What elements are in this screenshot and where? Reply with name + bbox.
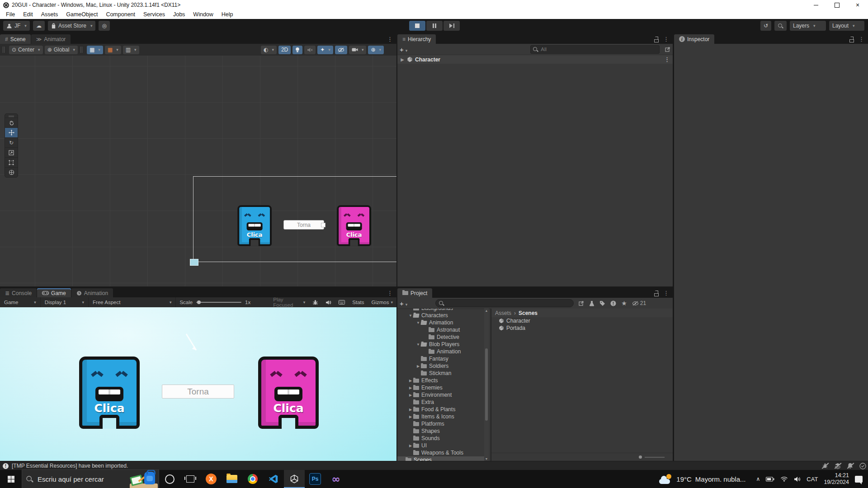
scroll-up-icon[interactable]: ▲ bbox=[484, 309, 489, 312]
start-button[interactable] bbox=[0, 470, 22, 488]
project-tree-item[interactable]: Animation bbox=[397, 348, 487, 355]
scene-gizmo-dropdown[interactable]: ⊕ bbox=[368, 46, 384, 54]
game-mode-dropdown[interactable]: Game▾ bbox=[0, 297, 41, 307]
shading-mode-dropdown[interactable]: ◐ bbox=[261, 46, 277, 54]
scale-slider-knob[interactable] bbox=[197, 300, 201, 304]
background-tasks-icon[interactable] bbox=[859, 463, 866, 469]
minimize-button[interactable] bbox=[806, 0, 826, 10]
hierarchy-menu-kebab[interactable]: ⋮ bbox=[663, 36, 669, 42]
import-log-icon[interactable] bbox=[610, 300, 616, 306]
project-tree-item[interactable]: ▼Blob Players bbox=[397, 341, 487, 348]
zoom-slider-knob[interactable] bbox=[639, 455, 642, 459]
effects-dropdown[interactable]: ✦ bbox=[317, 46, 333, 54]
step-button[interactable] bbox=[443, 21, 460, 31]
task-view-button[interactable] bbox=[180, 470, 201, 488]
project-tree-item[interactable]: Astronaut bbox=[397, 326, 487, 333]
tab-animation[interactable]: Animation bbox=[71, 288, 113, 298]
pivot-dropdown[interactable]: ⊙Center bbox=[9, 46, 43, 54]
search-by-label-icon[interactable] bbox=[599, 300, 605, 306]
rotate-tool[interactable]: ↻ bbox=[5, 137, 18, 147]
weather-widget[interactable]: 19°C Mayorm. nubla... bbox=[659, 474, 745, 484]
tray-expand-chevron[interactable]: ∧ bbox=[756, 476, 760, 482]
orientation-dropdown[interactable]: ⊕Global bbox=[45, 46, 78, 54]
project-tree-item[interactable]: Platforms bbox=[397, 420, 487, 427]
search-by-type-icon[interactable] bbox=[589, 300, 594, 306]
hidden-objects-toggle[interactable] bbox=[335, 46, 347, 54]
game-menu-kebab[interactable]: ⋮ bbox=[387, 290, 393, 296]
scene-row-kebab[interactable]: ⋮ bbox=[664, 56, 670, 63]
keyboard-language[interactable]: CAT bbox=[807, 476, 818, 483]
cache-disabled-icon[interactable] bbox=[835, 463, 841, 469]
rect-tool-handle[interactable] bbox=[190, 259, 198, 266]
close-button[interactable]: × bbox=[847, 0, 868, 10]
move-tool[interactable] bbox=[5, 127, 18, 137]
project-tree-item[interactable]: Detective bbox=[397, 333, 487, 341]
tree-arrow-icon[interactable]: ▶ bbox=[415, 364, 421, 368]
camera-settings-dropdown[interactable] bbox=[349, 46, 367, 54]
project-menu-kebab[interactable]: ⋮ bbox=[663, 290, 669, 296]
visual-studio-button[interactable]: ∞ bbox=[326, 470, 346, 488]
breadcrumb-root[interactable]: Assets bbox=[495, 310, 511, 316]
project-tree-item[interactable]: ▶Enemies bbox=[397, 384, 487, 391]
menu-component[interactable]: Component bbox=[102, 11, 139, 18]
tree-arrow-icon[interactable]: ▶ bbox=[408, 415, 413, 419]
display-dropdown[interactable]: Display 1▾ bbox=[41, 297, 89, 307]
character-pink-game[interactable]: Clica bbox=[256, 356, 321, 429]
aspect-dropdown[interactable]: Free Aspect▾ bbox=[89, 297, 176, 307]
taskbar-search-input[interactable] bbox=[37, 475, 118, 483]
mode-2d-toggle[interactable]: 2D bbox=[278, 46, 291, 54]
project-tree-item[interactable]: ▶Environment bbox=[397, 391, 487, 399]
tools-grip[interactable] bbox=[5, 114, 18, 117]
transform-tool[interactable] bbox=[5, 167, 18, 177]
character-blue-scene[interactable]: Clica bbox=[236, 205, 273, 246]
snap-increment-button[interactable]: ▦ bbox=[105, 46, 121, 54]
project-tree-item[interactable]: Shapes bbox=[397, 427, 487, 435]
character-pink-scene[interactable]: Clica bbox=[336, 205, 372, 246]
open-in-search-icon[interactable] bbox=[579, 300, 584, 306]
hierarchy-search-input[interactable] bbox=[540, 46, 657, 52]
lock-icon[interactable] bbox=[849, 37, 854, 42]
unity-taskbar-button[interactable] bbox=[284, 470, 305, 488]
create-object-dropdown[interactable]: + bbox=[400, 46, 407, 53]
project-tree-item[interactable]: ▶Effects bbox=[397, 377, 487, 384]
tab-scene[interactable]: # Scene bbox=[0, 34, 31, 44]
scene-viewport[interactable]: Clica Torna Clica ↻ bbox=[0, 56, 396, 286]
project-tree-item[interactable]: ▼Animation bbox=[397, 319, 487, 326]
volume-icon[interactable] bbox=[794, 476, 801, 482]
tree-arrow-icon[interactable]: ▼ bbox=[415, 321, 421, 325]
vscode-button[interactable] bbox=[263, 470, 284, 488]
global-search-button[interactable] bbox=[774, 21, 787, 31]
project-tree-item[interactable]: Backgrounds bbox=[397, 309, 487, 312]
tab-game[interactable]: Game bbox=[37, 288, 71, 298]
battery-icon[interactable] bbox=[766, 477, 774, 482]
lighting-toggle[interactable] bbox=[292, 46, 302, 54]
taskbar-search[interactable] bbox=[22, 469, 159, 488]
tree-arrow-icon[interactable]: ▶ bbox=[408, 408, 413, 412]
action-center-icon[interactable] bbox=[855, 476, 863, 483]
project-tree-item[interactable]: Sounds bbox=[397, 435, 487, 442]
file-explorer-button[interactable] bbox=[222, 470, 242, 488]
wifi-icon[interactable] bbox=[780, 476, 788, 482]
audio-toggle[interactable] bbox=[304, 46, 316, 54]
unity-hub-button[interactable]: ◎ bbox=[99, 21, 109, 31]
notifications-disabled-icon[interactable] bbox=[847, 463, 853, 469]
game-viewport[interactable]: Clica Torna Clica bbox=[0, 307, 396, 461]
asset-store-dropdown[interactable]: Asset Store bbox=[48, 21, 96, 31]
scroll-down-icon[interactable]: ▼ bbox=[484, 457, 489, 460]
tree-arrow-icon[interactable]: ▶ bbox=[408, 379, 413, 383]
breadcrumb-current[interactable]: Scenes bbox=[519, 310, 538, 316]
project-tree-item[interactable]: Scenes bbox=[397, 456, 487, 461]
rect-tool[interactable] bbox=[5, 157, 18, 167]
tab-inspector[interactable]: i Inspector bbox=[674, 34, 714, 44]
pause-button[interactable] bbox=[426, 21, 443, 31]
clock[interactable]: 14:21 19/2/2024 bbox=[824, 472, 849, 486]
menu-file[interactable]: File bbox=[2, 11, 19, 18]
grid-settings-button[interactable]: ▥ bbox=[123, 46, 139, 54]
debugger-disabled-icon[interactable] bbox=[822, 463, 828, 469]
project-tree-item[interactable]: Stickman bbox=[397, 370, 487, 377]
menu-gameobject[interactable]: GameObject bbox=[62, 11, 102, 18]
toolbar-grip[interactable] bbox=[3, 47, 5, 53]
file-item[interactable]: Portada bbox=[491, 324, 673, 332]
project-tree-item[interactable]: ▶Items & Icons bbox=[397, 413, 487, 420]
tab-animator[interactable]: ≫ Animator bbox=[31, 34, 71, 44]
